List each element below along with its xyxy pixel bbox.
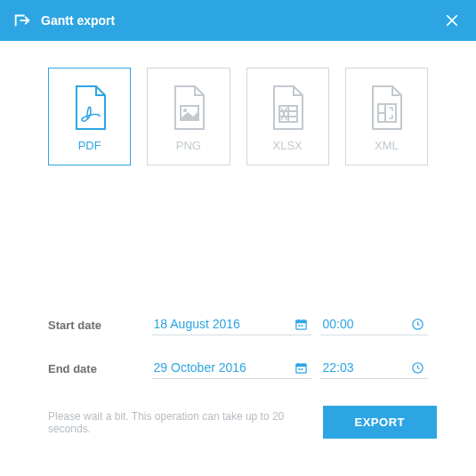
svg-rect-11 [299, 368, 301, 370]
export-button[interactable]: EXPORT [323, 406, 437, 439]
format-option-pdf[interactable]: PDF [48, 68, 131, 165]
png-file-icon [170, 82, 207, 133]
svg-rect-5 [296, 320, 306, 323]
start-date-input[interactable]: 18 August 2016 [152, 317, 312, 335]
svg-point-1 [183, 109, 187, 112]
format-label: PDF [78, 139, 101, 152]
calendar-icon [294, 361, 308, 375]
svg-rect-7 [302, 325, 303, 327]
pdf-file-icon [71, 82, 109, 133]
svg-rect-10 [296, 364, 306, 367]
close-button[interactable] [440, 9, 464, 32]
start-date-label: Start date [48, 319, 152, 335]
dialog-header: Gantt export [0, 0, 476, 41]
wait-message: Please wait a bit. This operation can ta… [48, 410, 323, 435]
end-date-label: End date [48, 362, 152, 379]
dialog-title: Gantt export [41, 13, 440, 28]
end-date-row: End date 29 October 2016 22:03 [48, 360, 428, 379]
svg-rect-12 [302, 368, 303, 370]
format-label: XLSX [273, 139, 303, 152]
dialog-footer: Please wait a bit. This operation can ta… [0, 406, 476, 439]
svg-rect-6 [299, 325, 301, 327]
export-icon [12, 11, 32, 30]
format-option-xml[interactable]: XML [345, 68, 428, 165]
format-option-png[interactable]: PNG [147, 68, 230, 165]
start-date-value: 18 August 2016 [154, 317, 295, 331]
date-range-section: Start date 18 August 2016 00:00 End date… [0, 317, 476, 379]
end-time-value: 22:03 [322, 360, 411, 375]
calendar-icon [294, 318, 308, 331]
format-options: PDF PNG XLSX [0, 41, 476, 165]
start-time-input[interactable]: 00:00 [320, 317, 428, 335]
format-label: PNG [176, 139, 201, 152]
format-label: XML [375, 139, 399, 152]
end-time-input[interactable]: 22:03 [320, 360, 428, 379]
xlsx-file-icon [269, 82, 306, 133]
xml-file-icon [367, 82, 405, 133]
start-date-row: Start date 18 August 2016 00:00 [48, 317, 428, 335]
end-date-value: 29 October 2016 [154, 360, 295, 375]
format-option-xlsx[interactable]: XLSX [246, 68, 329, 165]
clock-icon [411, 361, 424, 375]
clock-icon [411, 318, 424, 331]
end-date-input[interactable]: 29 October 2016 [152, 360, 312, 379]
start-time-value: 00:00 [322, 317, 411, 331]
